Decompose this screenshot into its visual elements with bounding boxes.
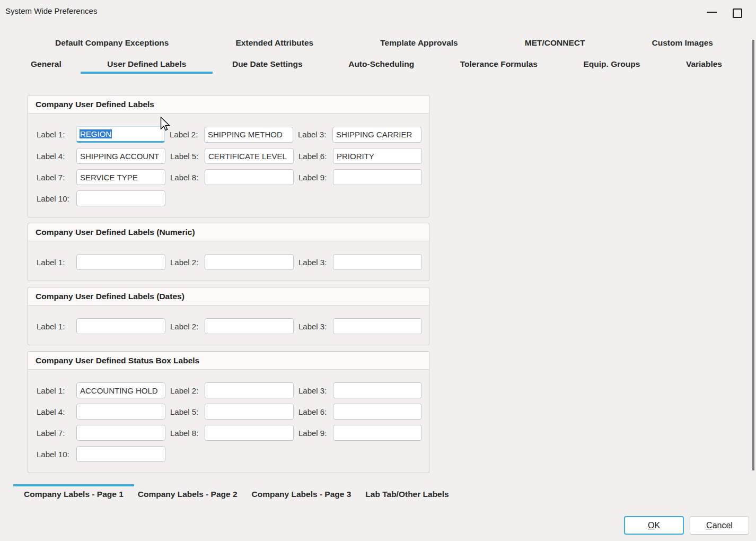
field-row: Label 1: Label 2: Label 3: [37, 254, 421, 270]
status-label-4-input[interactable] [76, 404, 165, 420]
status-label-7-input[interactable] [76, 425, 165, 441]
label-10-input[interactable] [76, 190, 165, 206]
numeric-label-2-input[interactable] [205, 254, 294, 270]
status-label-5-input[interactable] [205, 404, 294, 420]
field-label: Label 3: [298, 258, 333, 267]
numeric-label-1-input[interactable] [76, 254, 165, 270]
tab-custom-images[interactable]: Custom Images [652, 38, 713, 53]
cancel-mnemonic: C [706, 521, 713, 530]
ok-mnemonic: O [648, 521, 654, 530]
ok-label-rest: K [654, 521, 660, 530]
status-label-8-input[interactable] [205, 425, 294, 441]
label-3-input[interactable] [332, 127, 421, 143]
field-label: Label 1: [37, 130, 76, 139]
label-5-input[interactable] [205, 148, 294, 164]
field-label: Label 5: [170, 152, 205, 161]
tab-tolerance-formulas[interactable]: Tolerance Formulas [460, 59, 538, 74]
tab-strip-row-2: General User Defined Labels Due Date Set… [31, 59, 722, 74]
field-label: Label 1: [37, 322, 76, 331]
tab-template-approvals[interactable]: Template Approvals [380, 38, 458, 53]
label-2-input[interactable] [204, 127, 293, 143]
ok-button[interactable]: OK [624, 516, 684, 535]
field-label: Label 10: [37, 450, 76, 459]
dates-label-3-input[interactable] [333, 318, 422, 334]
field-row: Label 1: REGION Label 2: Label 3: [37, 126, 421, 143]
field-label: Label 3: [298, 130, 332, 139]
window-title: System Wide Preferences [5, 6, 97, 15]
group-company-user-defined-status-box-labels: Company User Defined Status Box Labels L… [28, 351, 429, 473]
field-label: Label 2: [170, 258, 205, 267]
vertical-scrollbar-thumb[interactable] [752, 40, 754, 470]
tab-extended-attributes[interactable]: Extended Attributes [236, 38, 314, 53]
label-4-input[interactable] [76, 148, 165, 164]
status-label-9-input[interactable] [333, 425, 422, 441]
tab-company-labels-page-1[interactable]: Company Labels - Page 1 [13, 484, 134, 499]
field-label: Label 7: [37, 173, 76, 182]
group-company-user-defined-labels-numeric: Company User Defined Labels (Numeric) La… [28, 223, 429, 281]
tab-auto-scheduling[interactable]: Auto-Scheduling [348, 59, 414, 74]
label-6-input[interactable] [333, 148, 422, 164]
dates-label-2-input[interactable] [205, 318, 294, 334]
tab-variables[interactable]: Variables [686, 59, 722, 74]
tab-company-labels-page-2[interactable]: Company Labels - Page 2 [138, 484, 238, 499]
group-company-user-defined-labels-dates: Company User Defined Labels (Dates) Labe… [28, 287, 429, 345]
group-title: Company User Defined Labels (Dates) [28, 287, 429, 306]
field-label: Label 4: [37, 407, 76, 416]
tab-due-date-settings[interactable]: Due Date Settings [232, 59, 303, 74]
field-row: Label 10: [37, 190, 421, 206]
tab-lab-tab-other-labels[interactable]: Lab Tab/Other Labels [365, 484, 449, 499]
tab-strip-row-1: Default Company Exceptions Extended Attr… [55, 38, 713, 53]
tab-general[interactable]: General [31, 59, 61, 74]
status-label-6-input[interactable] [333, 404, 422, 420]
group-body: Label 1: Label 2: Label 3: Label 4: Labe… [28, 370, 429, 473]
group-company-user-defined-labels: Company User Defined Labels Label 1: REG… [28, 95, 429, 217]
group-title: Company User Defined Labels [28, 95, 429, 114]
label-8-input[interactable] [205, 169, 294, 185]
field-label: Label 3: [298, 386, 333, 395]
status-label-1-input[interactable] [76, 382, 165, 398]
field-label: Label 2: [170, 322, 205, 331]
cancel-button[interactable]: Cancel [690, 516, 749, 535]
field-row: Label 7: Label 8: Label 9: [37, 169, 421, 185]
field-row: Label 7: Label 8: Label 9: [37, 425, 421, 441]
field-row: Label 1: Label 2: Label 3: [37, 318, 421, 334]
tab-user-defined-labels[interactable]: User Defined Labels [81, 59, 213, 74]
field-label: Label 6: [298, 152, 333, 161]
label-7-input[interactable] [76, 169, 165, 185]
dates-label-1-input[interactable] [76, 318, 165, 334]
maximize-icon[interactable] [733, 8, 742, 18]
bottom-tab-strip: Company Labels - Page 1 Company Labels -… [24, 484, 449, 499]
status-label-2-input[interactable] [205, 382, 294, 398]
field-row: Label 10: [37, 446, 421, 462]
group-title: Company User Defined Status Box Labels [28, 352, 429, 370]
field-label: Label 2: [170, 130, 204, 139]
label-1-input[interactable]: REGION [76, 126, 165, 143]
field-label: Label 5: [170, 407, 205, 416]
field-label: Label 1: [37, 386, 76, 395]
field-label: Label 8: [170, 173, 205, 182]
field-label: Label 2: [170, 386, 205, 395]
tab-met-connect[interactable]: MET/CONNECT [525, 38, 585, 53]
numeric-label-3-input[interactable] [333, 254, 422, 270]
tab-equip-groups[interactable]: Equip. Groups [584, 59, 640, 74]
field-label: Label 8: [170, 429, 205, 438]
field-label: Label 7: [37, 429, 76, 438]
group-title: Company User Defined Labels (Numeric) [28, 223, 429, 241]
field-label: Label 9: [298, 429, 333, 438]
field-row: Label 4: Label 5: Label 6: [37, 404, 421, 420]
field-label: Label 10: [37, 194, 76, 203]
field-row: Label 1: Label 2: Label 3: [37, 382, 421, 398]
field-label: Label 9: [298, 173, 333, 182]
cancel-label-rest: ancel [713, 521, 733, 530]
selected-text: REGION [80, 129, 112, 138]
status-label-3-input[interactable] [333, 382, 422, 398]
group-body: Label 1: REGION Label 2: Label 3: Label … [28, 114, 429, 217]
group-body: Label 1: Label 2: Label 3: [28, 241, 429, 281]
minimize-icon[interactable] [707, 12, 717, 13]
group-body: Label 1: Label 2: Label 3: [28, 306, 429, 345]
tab-company-labels-page-3[interactable]: Company Labels - Page 3 [252, 484, 351, 499]
field-label: Label 6: [298, 407, 333, 416]
tab-default-company-exceptions[interactable]: Default Company Exceptions [55, 38, 169, 53]
label-9-input[interactable] [333, 169, 422, 185]
status-label-10-input[interactable] [76, 446, 165, 462]
